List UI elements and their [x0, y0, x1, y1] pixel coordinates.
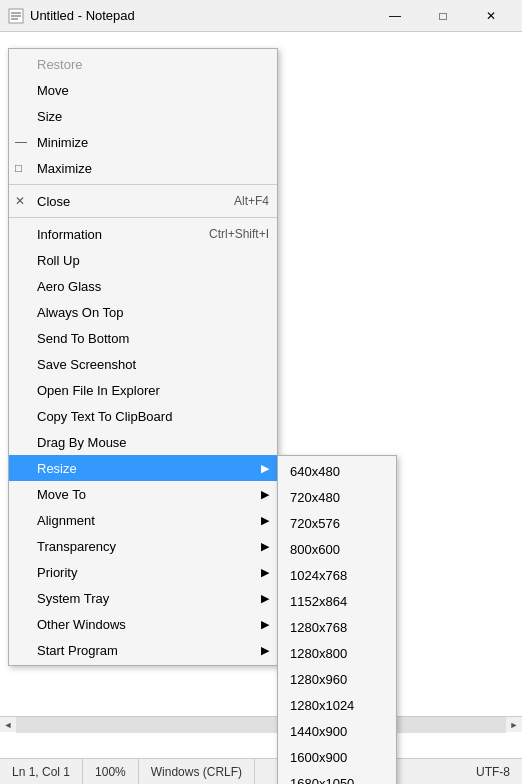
submenu-label-1440x900: 1440x900 — [290, 724, 347, 739]
menu-label-sendtobottom: Send To Bottom — [37, 331, 129, 346]
priority-arrow-icon: ▶ — [261, 566, 269, 579]
maximize-icon: □ — [15, 161, 22, 175]
submenu-label-640x480: 640x480 — [290, 464, 340, 479]
minimize-button[interactable]: — — [372, 0, 418, 32]
submenu-item-1024x768[interactable]: 1024x768 — [278, 562, 396, 588]
submenu-item-1680x1050[interactable]: 1680x1050 — [278, 770, 396, 784]
menu-item-copytext[interactable]: Copy Text To ClipBoard — [9, 403, 277, 429]
menu-item-restore[interactable]: Restore — [9, 51, 277, 77]
menu-label-minimize: Minimize — [37, 135, 88, 150]
encoding-label: UTF-8 — [476, 765, 510, 779]
menu-label-startprogram: Start Program — [37, 643, 118, 658]
submenu-item-720x480[interactable]: 720x480 — [278, 484, 396, 510]
menu-item-move[interactable]: Move — [9, 77, 277, 103]
menu-item-minimize[interactable]: — Minimize — [9, 129, 277, 155]
submenu-item-640x480[interactable]: 640x480 — [278, 458, 396, 484]
information-shortcut: Ctrl+Shift+I — [189, 227, 269, 241]
statusbar-line-ending: Windows (CRLF) — [139, 759, 255, 784]
menu-label-priority: Priority — [37, 565, 77, 580]
submenu-label-1152x864: 1152x864 — [290, 594, 347, 609]
menu-item-resize[interactable]: Resize ▶ 640x480 720x480 720x576 800x600… — [9, 455, 277, 481]
menu-label-close: Close — [37, 194, 70, 209]
submenu-item-1280x1024[interactable]: 1280x1024 — [278, 692, 396, 718]
position-label: Ln 1, Col 1 — [12, 765, 70, 779]
submenu-item-1280x800[interactable]: 1280x800 — [278, 640, 396, 666]
submenu-label-1280x1024: 1280x1024 — [290, 698, 354, 713]
resize-arrow-icon: ▶ — [261, 462, 269, 475]
separator-2 — [9, 217, 277, 218]
window-title: Untitled - Notepad — [30, 8, 372, 23]
menu-label-openinexplorer: Open File In Explorer — [37, 383, 160, 398]
close-shortcut: Alt+F4 — [214, 194, 269, 208]
menu-label-copytext: Copy Text To ClipBoard — [37, 409, 172, 424]
line-ending-label: Windows (CRLF) — [151, 765, 242, 779]
submenu-label-720x576: 720x576 — [290, 516, 340, 531]
submenu-label-1024x768: 1024x768 — [290, 568, 347, 583]
menu-item-savescreenshot[interactable]: Save Screenshot — [9, 351, 277, 377]
menu-item-transparency[interactable]: Transparency ▶ — [9, 533, 277, 559]
scroll-track[interactable] — [16, 717, 506, 733]
statusbar: Ln 1, Col 1 100% Windows (CRLF) UTF-8 — [0, 758, 522, 784]
menu-label-transparency: Transparency — [37, 539, 116, 554]
menu-label-rollup: Roll Up — [37, 253, 80, 268]
menu-item-close[interactable]: ✕ Close Alt+F4 — [9, 188, 277, 214]
menu-label-resize: Resize — [37, 461, 77, 476]
menu-label-size: Size — [37, 109, 62, 124]
zoom-label: 100% — [95, 765, 126, 779]
submenu-label-1280x800: 1280x800 — [290, 646, 347, 661]
submenu-item-1280x960[interactable]: 1280x960 — [278, 666, 396, 692]
menu-item-otherwindows[interactable]: Other Windows ▶ — [9, 611, 277, 637]
menu-label-restore: Restore — [37, 57, 83, 72]
menu-item-information[interactable]: Information Ctrl+Shift+I — [9, 221, 277, 247]
maximize-button[interactable]: □ — [420, 0, 466, 32]
resize-submenu: 640x480 720x480 720x576 800x600 1024x768… — [277, 455, 397, 784]
submenu-label-800x600: 800x600 — [290, 542, 340, 557]
menu-item-systemtray[interactable]: System Tray ▶ — [9, 585, 277, 611]
submenu-item-1440x900[interactable]: 1440x900 — [278, 718, 396, 744]
scroll-left-button[interactable]: ◄ — [0, 717, 16, 733]
submenu-label-1680x1050: 1680x1050 — [290, 776, 354, 785]
menu-label-moveto: Move To — [37, 487, 86, 502]
systemtray-arrow-icon: ▶ — [261, 592, 269, 605]
menu-label-maximize: Maximize — [37, 161, 92, 176]
minimize-icon: — — [15, 135, 27, 149]
menu-item-moveto[interactable]: Move To ▶ — [9, 481, 277, 507]
submenu-item-1152x864[interactable]: 1152x864 — [278, 588, 396, 614]
menu-item-rollup[interactable]: Roll Up — [9, 247, 277, 273]
scroll-right-button[interactable]: ► — [506, 717, 522, 733]
menu-label-dragbymouse: Drag By Mouse — [37, 435, 127, 450]
close-button[interactable]: ✕ — [468, 0, 514, 32]
menu-item-startprogram[interactable]: Start Program ▶ — [9, 637, 277, 663]
menu-label-aeroglass: Aero Glass — [37, 279, 101, 294]
menu-item-alwaysontop[interactable]: Always On Top — [9, 299, 277, 325]
menu-label-alwaysontop: Always On Top — [37, 305, 123, 320]
statusbar-zoom: 100% — [83, 759, 139, 784]
menu-item-aeroglass[interactable]: Aero Glass — [9, 273, 277, 299]
submenu-label-720x480: 720x480 — [290, 490, 340, 505]
app-icon — [8, 8, 24, 24]
menu-item-alignment[interactable]: Alignment ▶ — [9, 507, 277, 533]
moveto-arrow-icon: ▶ — [261, 488, 269, 501]
menu-label-otherwindows: Other Windows — [37, 617, 126, 632]
submenu-item-1280x768[interactable]: 1280x768 — [278, 614, 396, 640]
menu-item-size[interactable]: Size — [9, 103, 277, 129]
menu-label-alignment: Alignment — [37, 513, 95, 528]
transparency-arrow-icon: ▶ — [261, 540, 269, 553]
horizontal-scrollbar[interactable]: ◄ ► — [0, 716, 522, 732]
submenu-item-800x600[interactable]: 800x600 — [278, 536, 396, 562]
close-icon: ✕ — [15, 194, 25, 208]
menu-item-sendtobottom[interactable]: Send To Bottom — [9, 325, 277, 351]
menu-label-information: Information — [37, 227, 102, 242]
alignment-arrow-icon: ▶ — [261, 514, 269, 527]
menu-item-priority[interactable]: Priority ▶ — [9, 559, 277, 585]
submenu-item-720x576[interactable]: 720x576 — [278, 510, 396, 536]
menu-label-savescreenshot: Save Screenshot — [37, 357, 136, 372]
context-menu: Restore Move Size — Minimize □ Maximize … — [8, 48, 278, 666]
otherwindows-arrow-icon: ▶ — [261, 618, 269, 631]
menu-item-dragbymouse[interactable]: Drag By Mouse — [9, 429, 277, 455]
menu-item-openinexplorer[interactable]: Open File In Explorer — [9, 377, 277, 403]
menu-label-move: Move — [37, 83, 69, 98]
submenu-item-1600x900[interactable]: 1600x900 — [278, 744, 396, 770]
menu-item-maximize[interactable]: □ Maximize — [9, 155, 277, 181]
app-body: Restore Move Size — Minimize □ Maximize … — [0, 32, 522, 758]
